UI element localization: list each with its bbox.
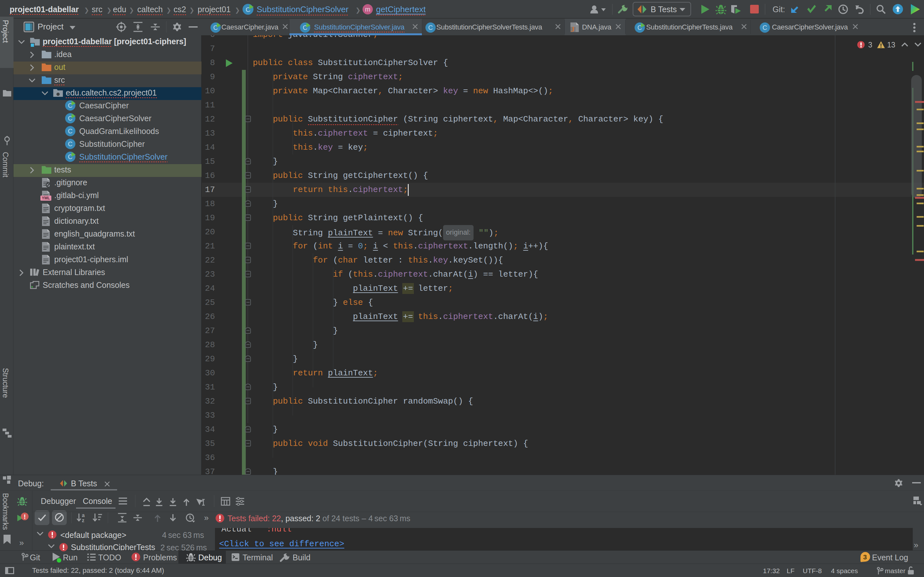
svg-text:z: z bbox=[82, 518, 84, 523]
svg-text:J: J bbox=[571, 25, 575, 33]
svg-text:C: C bbox=[428, 24, 433, 31]
svg-text:m: m bbox=[365, 6, 371, 13]
svg-text:C: C bbox=[762, 24, 767, 31]
svg-text:a: a bbox=[82, 513, 85, 518]
svg-text:C: C bbox=[68, 127, 73, 135]
svg-text:C: C bbox=[68, 140, 73, 147]
svg-text:3: 3 bbox=[863, 553, 867, 561]
svg-text:!: ! bbox=[24, 513, 26, 520]
